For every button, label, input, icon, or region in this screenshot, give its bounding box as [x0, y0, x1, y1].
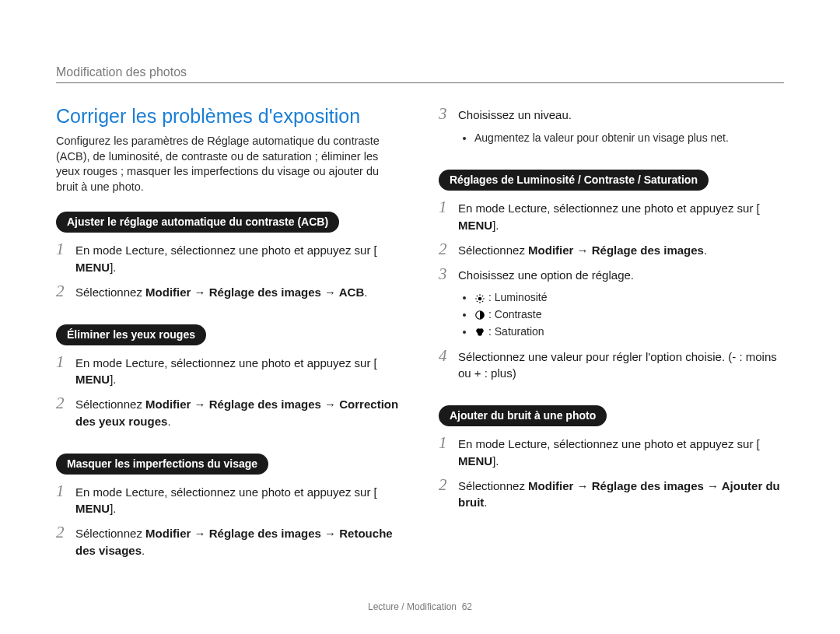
pill-noise: Ajouter du bruit à une photo — [439, 405, 607, 426]
redeye-step-2: 2 Sélectionnez Modifier → Réglage des im… — [56, 394, 401, 430]
left-column: Corriger les problèmes d'exposition Conf… — [56, 105, 401, 566]
bullet-contraste: : Contraste — [474, 306, 784, 324]
step-number: 1 — [56, 482, 68, 500]
lcs-step-3: 3 Choisissez une option de réglage. — [439, 265, 784, 284]
step-text: En mode Lecture, sélectionnez une photo … — [75, 243, 377, 257]
content-columns: Corriger les problèmes d'exposition Conf… — [56, 105, 784, 566]
step-body: En mode Lecture, sélectionnez une photo … — [458, 434, 784, 470]
face-step-2: 2 Sélectionnez Modifier → Réglage des im… — [56, 524, 401, 559]
brightness-icon — [474, 293, 485, 304]
step-text-tail: ]. — [110, 373, 116, 386]
step-body: Choisissez un niveau. — [458, 105, 784, 124]
face-step-3-bullets: Augmentez la valeur pour obtenir un visa… — [464, 130, 784, 147]
step-text: En mode Lecture, sélectionnez une photo … — [458, 437, 760, 450]
pill-acb: Ajuster le réglage automatique du contra… — [56, 212, 339, 233]
step-body: Choisissez une option de réglage. — [458, 265, 784, 284]
intro-paragraph: Configurez les paramètres de Réglage aut… — [56, 134, 401, 194]
step-body: En mode Lecture, sélectionnez une photo … — [458, 198, 784, 234]
svg-line-8 — [482, 296, 483, 296]
step-number: 2 — [439, 476, 450, 494]
step-text: Sélectionnez — [458, 479, 528, 492]
bullet-luminosite: : Luminosité — [474, 289, 784, 306]
step-number: 3 — [439, 105, 450, 123]
step-text-tail: . — [704, 243, 707, 257]
step-body: Sélectionnez Modifier → Réglage des imag… — [458, 240, 784, 259]
step-body: En mode Lecture, sélectionnez une photo … — [75, 353, 401, 389]
step-number: 3 — [439, 265, 450, 283]
footer-page-number: 62 — [462, 601, 472, 612]
step-number: 2 — [56, 282, 68, 300]
step-text-tail: . — [364, 285, 367, 299]
step-number: 1 — [56, 353, 68, 371]
svg-point-0 — [478, 296, 482, 300]
step-text-tail: ]. — [492, 454, 499, 468]
acb-step-2: 2 Sélectionnez Modifier → Réglage des im… — [56, 282, 401, 301]
step-text: Sélectionnez — [75, 285, 145, 299]
step-text: En mode Lecture, sélectionnez une photo … — [458, 201, 760, 215]
pill-redeye: Éliminer les yeux rouges — [56, 324, 206, 345]
step-text-tail: ]. — [492, 219, 499, 232]
step-body: Sélectionnez Modifier → Réglage des imag… — [75, 282, 401, 301]
step-number: 2 — [439, 240, 450, 258]
step-text: Sélectionnez — [75, 398, 145, 411]
bullet-saturation: : Saturation — [474, 324, 784, 341]
pill-lcs: Réglages de Luminosité / Contraste / Sat… — [439, 170, 709, 191]
right-column: 3 Choisissez un niveau. Augmentez la val… — [439, 105, 784, 566]
step-body: Sélectionnez Modifier → Réglage des imag… — [75, 524, 401, 559]
bullet-item: Augmentez la valeur pour obtenir un visa… — [474, 130, 784, 147]
noise-step-1: 1 En mode Lecture, sélectionnez une phot… — [439, 434, 784, 470]
page-footer: Lecture / Modification 62 — [0, 601, 840, 612]
svg-line-5 — [477, 296, 478, 296]
menu-label: MENU — [458, 217, 492, 234]
page-title: Corriger les problèmes d'exposition — [56, 105, 401, 128]
bullet-label: : Saturation — [488, 325, 544, 338]
step-body: Sélectionnez Modifier → Réglage des imag… — [458, 476, 784, 512]
saturation-icon — [474, 327, 485, 338]
step-text: En mode Lecture, sélectionnez une photo … — [75, 356, 377, 370]
lcs-step-4: 4 Sélectionnez une valeur pour régler l'… — [439, 347, 784, 383]
step-text-tail: ]. — [110, 502, 116, 515]
svg-point-12 — [478, 331, 482, 336]
svg-line-7 — [477, 301, 478, 302]
step-bold: Modifier → Réglage des images → ACB — [145, 285, 364, 299]
step-text: Sélectionnez — [75, 527, 145, 540]
pill-face: Masquer les imperfections du visage — [56, 454, 268, 475]
bullet-label: : Luminosité — [488, 291, 547, 303]
step-text-tail: ]. — [110, 261, 116, 274]
bullet-label: : Contraste — [488, 308, 541, 321]
noise-step-2: 2 Sélectionnez Modifier → Réglage des im… — [439, 476, 784, 512]
step-text: En mode Lecture, sélectionnez une photo … — [75, 485, 377, 499]
step-number: 2 — [56, 394, 68, 412]
redeye-step-1: 1 En mode Lecture, sélectionnez une phot… — [56, 353, 401, 389]
lcs-step-1: 1 En mode Lecture, sélectionnez une phot… — [439, 198, 784, 234]
step-text-tail: . — [484, 496, 487, 509]
menu-label: MENU — [75, 371, 110, 388]
face-step-3: 3 Choisissez un niveau. — [439, 105, 784, 124]
lcs-option-list: : Luminosité : Contraste : Saturation — [464, 289, 784, 340]
step-bold: Modifier → Réglage des images — [528, 243, 704, 257]
step-number: 4 — [439, 347, 450, 365]
step-number: 1 — [56, 240, 68, 258]
menu-label: MENU — [458, 453, 492, 470]
step-number: 1 — [439, 198, 450, 216]
step-number: 1 — [439, 434, 450, 452]
svg-line-6 — [482, 301, 483, 302]
step-body: Sélectionnez une valeur pour régler l'op… — [458, 347, 784, 383]
step-body: En mode Lecture, sélectionnez une photo … — [75, 240, 401, 276]
step-body: En mode Lecture, sélectionnez une photo … — [75, 482, 401, 518]
contrast-icon — [474, 310, 485, 321]
footer-section: Lecture / Modification — [368, 601, 457, 612]
step-text: Sélectionnez — [458, 243, 528, 257]
step-body: Sélectionnez Modifier → Réglage des imag… — [75, 394, 401, 430]
menu-label: MENU — [75, 500, 110, 517]
face-step-1: 1 En mode Lecture, sélectionnez une phot… — [56, 482, 401, 518]
step-text-tail: . — [142, 544, 145, 557]
acb-step-1: 1 En mode Lecture, sélectionnez une phot… — [56, 240, 401, 276]
menu-label: MENU — [75, 259, 110, 276]
step-number: 2 — [56, 524, 68, 541]
breadcrumb: Modification des photos — [56, 65, 784, 83]
lcs-step-2: 2 Sélectionnez Modifier → Réglage des im… — [439, 240, 784, 259]
step-text-tail: . — [167, 415, 170, 428]
